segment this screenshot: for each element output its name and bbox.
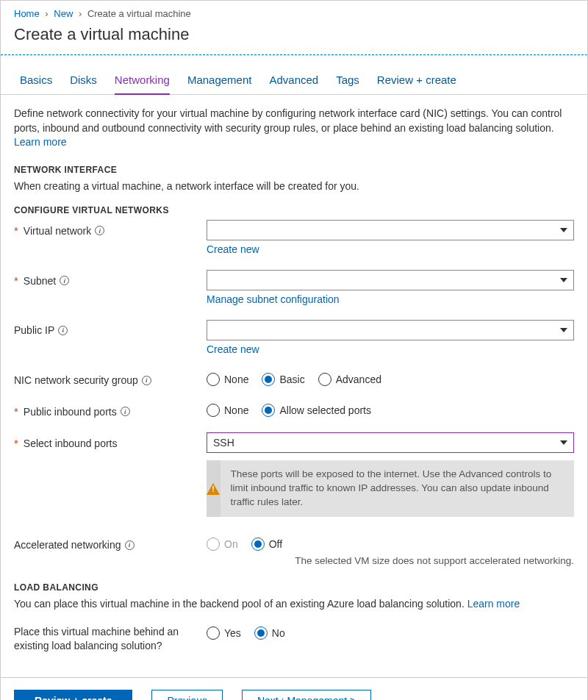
- nsg-radio-group: None Basic Advanced: [207, 370, 574, 386]
- tab-tags[interactable]: Tags: [336, 74, 359, 94]
- accelnet-radio-group: On Off: [207, 535, 574, 551]
- subnet-label: Subnet: [24, 275, 56, 287]
- previous-button[interactable]: Previous: [151, 690, 222, 700]
- select-ports-label: Select inbound ports: [24, 438, 118, 449]
- chevron-right-icon: ›: [45, 8, 48, 19]
- publicip-select[interactable]: [207, 320, 574, 340]
- lb-yes[interactable]: Yes: [207, 626, 241, 640]
- tab-networking[interactable]: Networking: [115, 74, 170, 95]
- info-icon[interactable]: i: [121, 407, 130, 416]
- section-configure-vn: CONFIGURE VIRTUAL NETWORKS: [14, 205, 574, 215]
- nsg-basic[interactable]: Basic: [262, 373, 304, 386]
- lb-sub: You can place this virtual machine in th…: [14, 597, 574, 612]
- learn-more-link[interactable]: Learn more: [14, 136, 67, 148]
- vnet-select[interactable]: [207, 220, 574, 240]
- publicip-create-new[interactable]: Create new: [207, 343, 259, 355]
- required-icon: *: [14, 274, 18, 287]
- info-icon[interactable]: i: [142, 376, 151, 385]
- tab-management[interactable]: Management: [187, 74, 252, 94]
- vnet-create-new[interactable]: Create new: [207, 243, 259, 255]
- lb-question-label: Place this virtual machine behind an exi…: [14, 625, 207, 654]
- lb-radio-group: Yes No: [207, 624, 574, 640]
- select-ports-dropdown[interactable]: SSH: [207, 432, 574, 453]
- breadcrumb-new[interactable]: New: [54, 8, 73, 19]
- tab-advanced[interactable]: Advanced: [269, 74, 318, 94]
- tab-disks[interactable]: Disks: [70, 74, 97, 94]
- info-icon[interactable]: i: [60, 276, 69, 285]
- info-icon[interactable]: i: [58, 326, 68, 335]
- section-load-balancing: LOAD BALANCING: [14, 582, 574, 593]
- breadcrumb-home[interactable]: Home: [14, 8, 40, 19]
- chevron-right-icon: ›: [79, 8, 82, 19]
- inbound-none[interactable]: None: [207, 404, 248, 417]
- ports-warning-text: These ports will be exposed to the inter…: [220, 460, 574, 517]
- vnet-label: Virtual network: [24, 225, 91, 237]
- lb-no[interactable]: No: [254, 626, 285, 640]
- accelnet-note: The selected VM size does not support ac…: [207, 555, 574, 566]
- nsg-advanced[interactable]: Advanced: [318, 373, 381, 386]
- network-interface-sub: When creating a virtual machine, a netwo…: [14, 179, 574, 194]
- info-icon[interactable]: i: [95, 226, 104, 235]
- required-icon: *: [14, 224, 18, 237]
- accelnet-label: Accelerated networking: [14, 539, 121, 551]
- breadcrumb: Home › New › Create a virtual machine: [1, 1, 587, 24]
- page-title: Create a virtual machine: [1, 24, 587, 54]
- warning-icon: [207, 483, 220, 495]
- tab-review[interactable]: Review + create: [377, 74, 456, 94]
- inbound-allow[interactable]: Allow selected ports: [262, 404, 371, 417]
- inbound-ports-radio-group: None Allow selected ports: [207, 401, 574, 417]
- intro-text: Define network connectivity for your vir…: [14, 107, 574, 150]
- publicip-label: Public IP: [14, 324, 54, 336]
- accelnet-off[interactable]: Off: [251, 538, 282, 551]
- required-icon: *: [14, 405, 18, 418]
- chevron-down-icon: [560, 328, 567, 332]
- review-create-button[interactable]: Review + create: [14, 690, 132, 700]
- chevron-down-icon: [560, 440, 567, 445]
- breadcrumb-current: Create a virtual machine: [87, 8, 191, 19]
- next-button[interactable]: Next : Management >: [242, 690, 371, 700]
- ports-warning: These ports will be exposed to the inter…: [207, 460, 574, 517]
- accelnet-on: On: [207, 538, 238, 551]
- info-icon[interactable]: i: [125, 540, 135, 550]
- subnet-select[interactable]: [207, 270, 574, 290]
- footer: Review + create Previous Next : Manageme…: [1, 677, 587, 700]
- chevron-down-icon: [560, 228, 567, 232]
- chevron-down-icon: [560, 278, 567, 282]
- nsg-none[interactable]: None: [207, 373, 248, 386]
- subnet-manage[interactable]: Manage subnet configuration: [207, 293, 340, 305]
- tab-basics[interactable]: Basics: [20, 74, 52, 94]
- tabs: Basics Disks Networking Management Advan…: [1, 56, 587, 95]
- lb-learn-more[interactable]: Learn more: [467, 598, 520, 610]
- section-network-interface: NETWORK INTERFACE: [14, 165, 574, 175]
- nsg-label: NIC network security group: [14, 374, 138, 386]
- inbound-ports-label: Public inbound ports: [24, 406, 117, 418]
- required-icon: *: [14, 437, 18, 449]
